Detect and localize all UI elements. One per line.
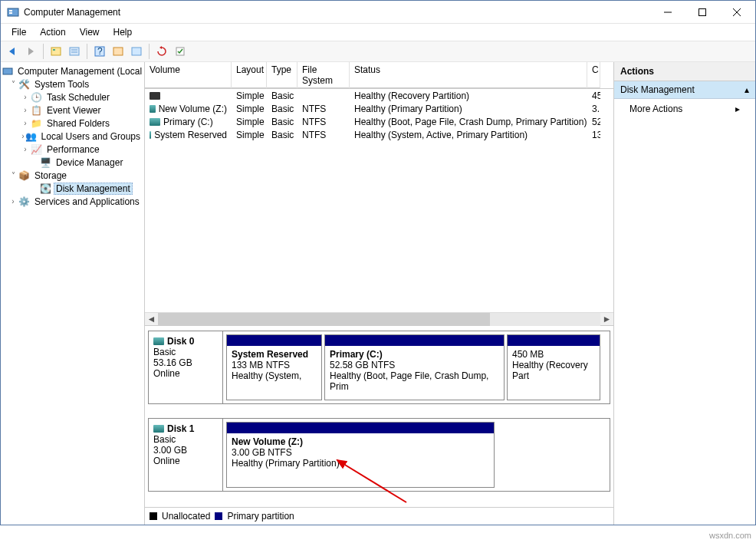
minimize-button[interactable]: [650, 1, 685, 23]
collapse-icon[interactable]: ˅: [8, 80, 18, 88]
volume-fs: NTFS: [297, 130, 350, 140]
volume-row[interactable]: System Reserved Simple Basic NTFS Health…: [145, 128, 613, 141]
disk-block[interactable]: Disk 1 Basic 3.00 GB Online New Volume (…: [148, 418, 610, 492]
nav-tree[interactable]: Computer Management (Local ˅🛠️System Too…: [1, 62, 145, 525]
properties-button[interactable]: [66, 43, 83, 60]
expand-icon[interactable]: ›: [21, 119, 30, 127]
volume-row[interactable]: Simple Basic Healthy (Recovery Partition…: [145, 89, 613, 102]
tree-root[interactable]: Computer Management (Local: [2, 64, 143, 77]
disk-graphical-view[interactable]: Disk 0 Basic 53.16 GB Online System Rese…: [145, 325, 613, 507]
services-icon: ⚙️: [18, 196, 30, 208]
partition-header-bar: [227, 335, 321, 346]
menu-help[interactable]: Help: [107, 25, 139, 39]
scroll-right-icon[interactable]: ►: [600, 313, 613, 326]
legend-unallocated: Unallocated: [162, 511, 210, 522]
scroll-left-icon[interactable]: ◄: [145, 313, 158, 326]
partition[interactable]: 450 MB Healthy (Recovery Part: [507, 334, 600, 400]
actions-context[interactable]: Disk Management ▴: [614, 81, 755, 99]
more-actions[interactable]: More Actions ▸: [614, 99, 755, 119]
tree-shared-folders[interactable]: ›📁Shared Folders: [2, 117, 143, 130]
svg-marker-7: [9, 48, 15, 55]
partition-size: 450 MB: [512, 349, 595, 360]
col-capacity[interactable]: C: [587, 62, 600, 88]
tree-disk-management[interactable]: 💽Disk Management: [2, 182, 143, 195]
horizontal-scrollbar[interactable]: ◄ ►: [145, 312, 613, 325]
tb-icon-2[interactable]: [128, 43, 145, 60]
volume-list[interactable]: Volume Layout Type File System Status C …: [145, 62, 613, 325]
svg-rect-20: [3, 68, 12, 74]
volume-row[interactable]: New Volume (Z:) Simple Basic NTFS Health…: [145, 102, 613, 115]
col-layout[interactable]: Layout: [232, 62, 267, 88]
disk-info: Disk 1 Basic 3.00 GB Online: [149, 419, 223, 491]
computer-management-window: Computer Management File Action View Hel…: [0, 0, 756, 525]
partition[interactable]: System Reserved 133 MB NTFS Healthy (Sys…: [226, 334, 322, 400]
disk-type: Basic: [153, 347, 218, 357]
legend-swatch-primary: [215, 512, 222, 520]
menu-file[interactable]: File: [5, 25, 32, 39]
disk-size: 3.00 GB: [153, 445, 218, 456]
partition[interactable]: New Volume (Z:) 3.00 GB NTFS Healthy (Pr…: [226, 422, 495, 488]
disk-block[interactable]: Disk 0 Basic 53.16 GB Online System Rese…: [148, 331, 610, 404]
col-filesystem[interactable]: File System: [297, 62, 350, 88]
col-volume[interactable]: Volume: [145, 62, 232, 88]
volume-name: Primary (C:): [163, 117, 213, 127]
svg-rect-10: [53, 49, 55, 51]
scroll-thumb[interactable]: [158, 313, 490, 326]
volume-layout: Simple: [232, 90, 267, 101]
forward-button[interactable]: [22, 43, 39, 60]
tree-services-apps[interactable]: ›⚙️Services and Applications: [2, 195, 143, 208]
back-button[interactable]: [4, 43, 21, 60]
tree-device-manager[interactable]: 🖥️Device Manager: [2, 156, 143, 169]
svg-rect-9: [51, 48, 61, 55]
partition-name: New Volume (Z:): [232, 436, 489, 447]
close-button[interactable]: [719, 1, 754, 23]
partition-size: 52.58 GB NTFS: [330, 360, 499, 370]
show-hide-tree-button[interactable]: [48, 43, 64, 60]
partition-name: Primary (C:): [330, 349, 499, 360]
actions-pane: Actions Disk Management ▴ More Actions ▸: [614, 62, 755, 525]
center-pane: Volume Layout Type File System Status C …: [145, 62, 614, 525]
folder-icon: 📁: [30, 117, 42, 130]
volume-layout: Simple: [232, 117, 267, 127]
menu-action[interactable]: Action: [34, 25, 71, 39]
volume-fs: NTFS: [297, 104, 350, 114]
volume-name: System Reserved: [154, 130, 227, 140]
titlebar[interactable]: Computer Management: [1, 1, 755, 24]
disk-status: Online: [153, 368, 218, 379]
volume-header[interactable]: Volume Layout Type File System Status C: [145, 62, 613, 89]
help-button[interactable]: ?: [91, 43, 108, 60]
volume-status: Healthy (System, Active, Primary Partiti…: [350, 130, 587, 140]
volume-row[interactable]: Primary (C:) Simple Basic NTFS Healthy (…: [145, 115, 613, 128]
volume-capacity: 45: [587, 90, 600, 101]
disk-icon: [153, 337, 164, 345]
tree-system-tools[interactable]: ˅🛠️System Tools: [2, 77, 143, 90]
partition-name: System Reserved: [232, 349, 317, 360]
partition-header-bar: [325, 335, 504, 346]
volume-name: New Volume (Z:): [159, 104, 227, 114]
expand-icon[interactable]: ›: [21, 145, 30, 153]
toolbar: ?: [1, 41, 755, 62]
col-type[interactable]: Type: [267, 62, 297, 88]
expand-icon[interactable]: ›: [8, 197, 18, 206]
tree-storage[interactable]: ˅📦Storage: [2, 169, 143, 182]
col-status[interactable]: Status: [350, 62, 587, 88]
partition[interactable]: Primary (C:) 52.58 GB NTFS Healthy (Boot…: [324, 334, 505, 400]
maximize-button[interactable]: [685, 1, 719, 23]
more-actions-label: More Actions: [629, 104, 682, 114]
menu-view[interactable]: View: [74, 25, 106, 39]
tree-local-users[interactable]: ›👥Local Users and Groups: [2, 130, 143, 143]
menubar: File Action View Help: [1, 24, 755, 41]
clock-icon: 🕒: [30, 91, 42, 104]
disk-icon: 💽: [39, 183, 51, 195]
tree-event-viewer[interactable]: ›📋Event Viewer: [2, 104, 143, 117]
expand-icon[interactable]: ›: [21, 106, 30, 114]
tree-task-scheduler[interactable]: ›🕒Task Scheduler: [2, 90, 143, 104]
settings-button[interactable]: [172, 43, 189, 60]
expand-icon[interactable]: ›: [21, 93, 30, 101]
watermark: wsxdn.com: [709, 531, 751, 540]
refresh-button[interactable]: [153, 43, 170, 60]
tree-performance[interactable]: ›📈Performance: [2, 143, 143, 156]
tb-icon-1[interactable]: [110, 43, 127, 60]
chevron-right-icon: ▸: [735, 104, 740, 114]
collapse-icon[interactable]: ˅: [8, 171, 18, 179]
